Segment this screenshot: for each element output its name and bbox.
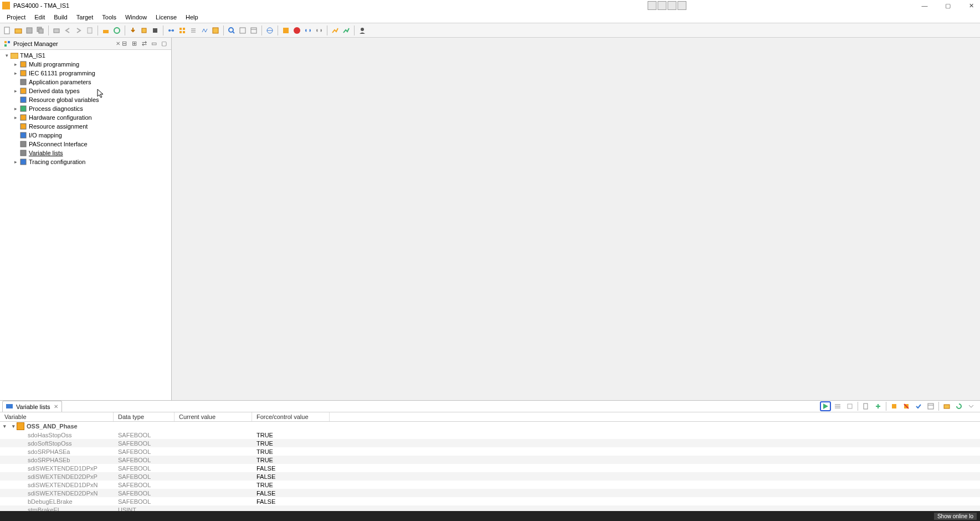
tb-undo-icon[interactable] [63, 25, 73, 35]
tb-build-icon[interactable] [101, 25, 111, 35]
col-current[interactable]: Current value [175, 412, 252, 421]
minimize-button[interactable]: — [918, 1, 931, 10]
tb-user-icon[interactable] [357, 25, 367, 35]
menu-license[interactable]: License [151, 12, 181, 22]
list-view-icon[interactable] [832, 401, 843, 411]
tb-redo-icon[interactable] [74, 25, 84, 35]
sync-icon[interactable]: ⇄ [140, 40, 148, 48]
menu-project[interactable]: Project [2, 12, 30, 22]
expand-all-icon[interactable]: ⊞ [130, 40, 138, 48]
title-tool-3[interactable] [668, 1, 676, 10]
tree-item[interactable]: ▸Hardware configuration [0, 113, 171, 122]
close-button[interactable]: ✕ [964, 1, 978, 10]
apply-icon[interactable] [913, 401, 924, 411]
menu-help[interactable]: Help [181, 12, 203, 22]
col-datatype[interactable]: Data type [114, 412, 175, 421]
tree-item[interactable]: Resource global variables [0, 95, 171, 104]
tb-new-icon[interactable] [2, 25, 12, 35]
twisty-icon[interactable]: ▸ [12, 115, 19, 120]
tb-save-all-icon[interactable] [35, 25, 45, 35]
panel-close-icon[interactable]: ✕ [116, 40, 120, 47]
tb-grid-icon[interactable] [177, 25, 187, 35]
tb-copysheet-icon[interactable] [85, 25, 95, 35]
twisty-icon[interactable]: ▸ [12, 159, 19, 165]
status-show-online[interactable]: Show online lo [934, 513, 977, 520]
tb-window2-icon[interactable] [249, 25, 259, 35]
tree-item[interactable]: ▸Multi programming [0, 60, 171, 69]
tb-open-icon[interactable] [13, 25, 23, 35]
tb-chain2-icon[interactable] [314, 25, 324, 35]
cell-force[interactable]: FALSE [252, 473, 330, 480]
twisty-icon[interactable]: ▸ [12, 106, 19, 111]
tree-item[interactable]: Application parameters [0, 78, 171, 86]
menu-tools[interactable]: Tools [98, 12, 121, 22]
tb-block2-icon[interactable] [281, 25, 291, 35]
twisty-icon[interactable]: ▸ [12, 62, 19, 67]
maximize-button[interactable]: ▢ [941, 1, 955, 10]
col-force[interactable]: Force/control value [252, 412, 330, 421]
tb-search-icon[interactable] [227, 25, 237, 35]
tb-info-icon[interactable] [292, 25, 302, 35]
force-icon[interactable] [889, 401, 900, 411]
title-tool-2[interactable] [658, 1, 666, 10]
export-icon[interactable] [941, 401, 952, 411]
tab-variable-lists[interactable]: Variable lists ✕ [2, 401, 62, 412]
start-monitor-button[interactable] [820, 401, 831, 411]
tb-connect-icon[interactable] [166, 25, 176, 35]
tree-item[interactable]: Resource assignment [0, 122, 171, 131]
table-row[interactable]: sdoHasStopOssSAFEBOOLTRUE [0, 431, 980, 439]
tree-item[interactable]: ▸Tracing configuration [0, 157, 171, 166]
tb-upload-icon[interactable] [139, 25, 149, 35]
tree-item[interactable]: I/O mapping [0, 131, 171, 140]
unforce-icon[interactable] [901, 401, 912, 411]
twisty-icon[interactable]: ▸ [12, 70, 19, 76]
add-icon[interactable] [873, 401, 884, 411]
table-row[interactable]: stmBrakeELUSINT [0, 505, 980, 511]
new-list-icon[interactable] [860, 401, 871, 411]
refresh-icon[interactable] [953, 401, 964, 411]
collapse-all-icon[interactable]: ⊟ [120, 40, 128, 48]
cell-force[interactable]: TRUE [252, 457, 330, 463]
title-tool-4[interactable] [678, 1, 686, 10]
cell-force[interactable]: TRUE [252, 482, 330, 488]
tab-close-icon[interactable]: ✕ [54, 403, 58, 410]
minimize-panel-icon[interactable]: ▭ [150, 40, 158, 48]
tree-item[interactable]: ▸Derived data types [0, 86, 171, 95]
tb-chart-icon[interactable] [330, 25, 340, 35]
tree-root[interactable]: ▾ TMA_IS1 [0, 51, 171, 60]
tb-list-icon[interactable] [188, 25, 198, 35]
cell-force[interactable]: FALSE [252, 490, 330, 497]
tree-item[interactable]: PASconnect Interface [0, 140, 171, 149]
tb-toggle-icon[interactable] [199, 25, 209, 35]
tb-print-icon[interactable] [52, 25, 61, 35]
group-row[interactable]: ▾ ▾ OSS_AND_Phase [0, 422, 980, 431]
tb-stop-icon[interactable] [150, 25, 160, 35]
title-tool-1[interactable] [648, 1, 656, 10]
cell-force[interactable]: TRUE [252, 448, 330, 455]
tb-download-icon[interactable] [128, 25, 138, 35]
table-row[interactable]: sdiSWEXTENDED1DPxPSAFEBOOLFALSE [0, 464, 980, 472]
tb-window1-icon[interactable] [238, 25, 248, 35]
tb-chart2-icon[interactable] [341, 25, 351, 35]
cell-force[interactable]: FALSE [252, 498, 330, 505]
table-row[interactable]: bDebugELBrakeSAFEBOOLFALSE [0, 497, 980, 505]
tree-item[interactable]: ▸IEC 61131 programming [0, 69, 171, 78]
tb-rebuild-icon[interactable] [112, 25, 122, 35]
table-row[interactable]: sdoSRPHASEaSAFEBOOLTRUE [0, 447, 980, 456]
menu-target[interactable]: Target [72, 12, 98, 22]
tb-globe-icon[interactable] [265, 25, 275, 35]
tb-chain-icon[interactable] [303, 25, 313, 35]
col-variable[interactable]: Variable [0, 412, 114, 421]
project-tree[interactable]: ▾ TMA_IS1 ▸Multi programming▸IEC 61131 p… [0, 50, 171, 400]
table-row[interactable]: sdiSWEXTENDED2DPxPSAFEBOOLFALSE [0, 472, 980, 481]
table-icon[interactable] [925, 401, 936, 411]
maximize-panel-icon[interactable]: ▢ [160, 40, 168, 48]
twisty-icon[interactable]: ▾ [3, 423, 10, 429]
twisty-icon[interactable]: ▾ [3, 53, 10, 58]
cell-force[interactable]: FALSE [252, 465, 330, 472]
tree-item[interactable]: Variable lists [0, 149, 171, 157]
tb-block-icon[interactable] [211, 25, 220, 35]
menu-window[interactable]: Window [121, 12, 151, 22]
table-row[interactable]: sdiSWEXTENDED2DPxNSAFEBOOLFALSE [0, 489, 980, 497]
table-row[interactable]: sdiSWEXTENDED1DPxNSAFEBOOLTRUE [0, 481, 980, 489]
